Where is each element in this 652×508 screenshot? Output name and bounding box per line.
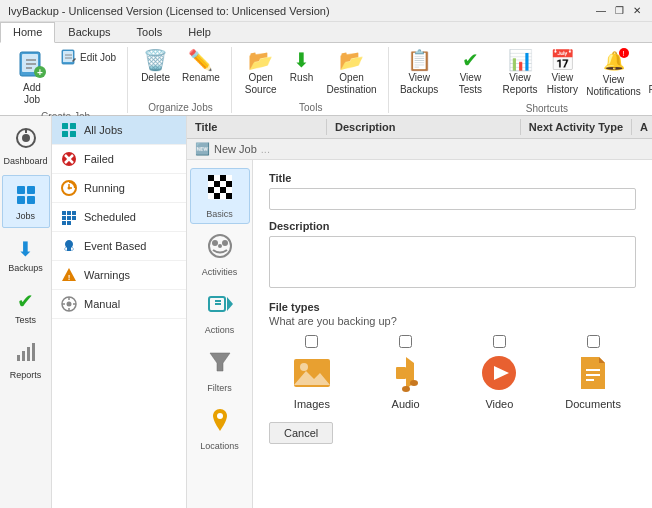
delete-icon: 🗑️ [143,50,168,70]
svg-rect-35 [72,211,76,215]
tools-group-label: Tools [299,102,322,113]
job-category-failed[interactable]: Failed [52,145,186,174]
svg-rect-40 [67,221,71,225]
tab-backups[interactable]: Backups [55,22,123,42]
job-category-warnings[interactable]: ! Warnings [52,261,186,290]
warnings-icon: ! [60,266,78,284]
event-based-icon [60,237,78,255]
edit-job-button[interactable]: Edit Job [56,47,121,67]
reports-label: Reports [10,370,42,380]
file-types-sublabel: What are you backing up? [269,315,636,327]
file-types-label: File types [269,301,636,313]
file-type-images[interactable]: Images [269,335,355,410]
edit-job-icon [61,49,77,65]
file-types-grid: Images [269,335,636,410]
view-history-button[interactable]: 📅 ViewHistory [543,47,581,99]
video-checkbox[interactable] [493,335,506,348]
title-input[interactable] [269,188,636,210]
failed-icon [60,150,78,168]
open-dest-label: OpenDestination [327,72,377,96]
activities-label: Activities [202,267,238,277]
file-type-documents[interactable]: Documents [550,335,636,410]
wizard-step-basics[interactable]: Basics [190,168,250,224]
view-backups-button[interactable]: 📋 ViewBackups [397,47,442,99]
svg-rect-53 [220,181,226,187]
view-notifications-button[interactable]: 🔔 ! ViewNotifications [584,47,644,101]
svg-rect-48 [214,175,220,181]
wizard-step-activities[interactable]: Activities [190,228,250,282]
new-job-label: New Job [214,143,257,155]
audio-checkbox[interactable] [399,335,412,348]
jobs-panel: All Jobs Failed Running Sc [52,116,187,508]
svg-point-64 [212,240,218,246]
sidebar-item-reports[interactable]: Reports [2,334,50,387]
images-checkbox[interactable] [305,335,318,348]
rush-button[interactable]: ⬇ Rush [284,47,320,87]
svg-rect-47 [208,175,214,181]
minimize-button[interactable]: — [594,4,608,18]
running-label: Running [84,182,125,194]
close-button[interactable]: ✕ [630,4,644,18]
tab-tools[interactable]: Tools [124,22,176,42]
open-dest-button[interactable]: 📂 OpenDestination [322,47,382,99]
sidebar-item-tests[interactable]: ✔ Tests [2,282,50,332]
add-job-button[interactable]: + Add Job [10,47,54,109]
job-category-event-based[interactable]: Event Based [52,232,186,261]
restore-button[interactable]: ❐ [612,4,626,18]
svg-rect-8 [63,51,73,62]
rename-label: Rename [182,72,220,84]
view-reports-button[interactable]: 📊 ViewReports [499,47,541,99]
view-tests-button[interactable]: ✔ View Tests [444,47,497,99]
svg-rect-36 [62,216,66,220]
tab-home[interactable]: Home [0,22,55,43]
audio-icon-wrap [384,351,428,395]
svg-marker-71 [210,353,230,371]
locations-icon [207,407,233,439]
svg-point-66 [218,244,222,248]
file-type-audio[interactable]: Audio [363,335,449,410]
title-bar: IvyBackup - Unlicensed Version (Licensed… [0,0,652,22]
job-category-all-jobs[interactable]: All Jobs [52,116,186,145]
actions-icon [207,291,233,323]
col-next-activity: Next Activity Type [521,119,632,135]
delete-button[interactable]: 🗑️ Delete [136,47,175,87]
view-properties-button[interactable]: ⊞ ViewProperties [645,47,652,99]
sidebar-item-dashboard[interactable]: Dashboard [2,120,50,173]
video-label: Video [485,398,513,410]
svg-rect-37 [67,216,71,220]
tests-label: Tests [15,315,36,325]
images-icon-wrap [290,351,334,395]
failed-label: Failed [84,153,114,165]
documents-label: Documents [565,398,621,410]
wizard-step-locations[interactable]: Locations [190,402,250,456]
documents-checkbox[interactable] [587,335,600,348]
job-category-manual[interactable]: Manual [52,290,186,319]
dashboard-icon [15,127,37,154]
cancel-button[interactable]: Cancel [269,422,333,444]
manual-label: Manual [84,298,120,310]
job-category-scheduled[interactable]: Scheduled [52,203,186,232]
sidebar-item-jobs[interactable]: Jobs [2,175,50,228]
jobs-list: All Jobs Failed Running Sc [52,116,186,508]
wizard-panel: Basics Activi [187,160,652,508]
description-input[interactable] [269,236,636,288]
sidebar-item-backups[interactable]: ⬇ Backups [2,230,50,280]
rush-icon: ⬇ [293,50,310,70]
view-properties-label: ViewProperties [648,72,652,96]
new-job-header: 🆕 New Job ... [187,139,652,160]
svg-rect-25 [70,131,76,137]
tab-help[interactable]: Help [175,22,224,42]
ribbon-content: + Add Job Edit Job [0,43,652,115]
rename-button[interactable]: ✏️ Rename [177,47,225,87]
svg-rect-51 [208,181,214,187]
file-type-video[interactable]: Video [457,335,543,410]
images-label: Images [294,398,330,410]
job-category-running[interactable]: Running [52,174,186,203]
wizard-step-filters[interactable]: Filters [190,344,250,398]
audio-icon [386,353,426,393]
open-source-button[interactable]: 📂 OpenSource [240,47,282,99]
video-icon-wrap [477,351,521,395]
open-source-label: OpenSource [245,72,277,96]
filters-label: Filters [207,383,232,393]
wizard-step-actions[interactable]: Actions [190,286,250,340]
